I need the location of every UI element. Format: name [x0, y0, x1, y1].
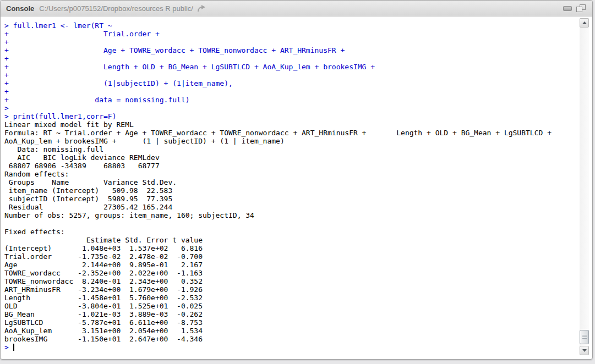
console-line: >	[4, 104, 577, 112]
triangle-down-icon	[582, 349, 587, 352]
console-line: ART_HRminusFR -3.234e+00 1.679e+00 -1.92…	[4, 285, 577, 294]
console-line: TOWRE_wordacc -2.352e+00 2.022e+00 -1.16…	[4, 269, 577, 277]
scrollbar-grip-icon	[582, 335, 587, 339]
console-line: + Length + OLD + BG_Mean + LgSUBTLCD + A…	[4, 63, 577, 71]
console-line: brookesIMG -1.150e+01 2.647e+00 -4.346	[4, 335, 577, 343]
console-line: Number of obs: 5257, groups: item_name, …	[4, 211, 577, 219]
window-controls	[563, 4, 586, 12]
maximize-icon	[576, 4, 586, 12]
console-line: + (1|subjectID) + (1|item_name),	[4, 79, 577, 87]
console-line: Formula: RT ~ Trial.order + Age + TOWRE_…	[4, 129, 577, 137]
console-line: Age 2.144e+00 9.895e-01 2.167	[4, 261, 577, 269]
console-line: Length -1.458e+01 5.760e+00 -2.532	[4, 294, 577, 302]
minimize-icon	[563, 6, 572, 11]
scroll-up-button[interactable]	[580, 18, 589, 27]
maximize-button[interactable]	[576, 4, 586, 12]
console-line: Data: nomissing.full	[4, 145, 577, 153]
console-header: Console C:/Users/p0075152/Dropbox/resour…	[1, 1, 592, 16]
rstudio-console-panel: { "header": { "tab": "Console", "path": …	[0, 0, 595, 364]
console-line: Random effects:	[4, 170, 577, 178]
tab-console[interactable]: Console	[6, 4, 34, 13]
console-line: item_name (Intercept) 509.98 22.583	[4, 186, 577, 195]
console-line: + Age + TOWRE_wordacc + TOWRE_nonwordacc…	[4, 46, 577, 54]
console-line: AIC BIC logLik deviance REMLdev	[4, 153, 577, 162]
console-line	[4, 219, 577, 228]
console-line: > full.lmer1 <- lmer(RT ~	[4, 21, 577, 30]
console-line: subjectID (Intercept) 5989.95 77.395	[4, 195, 577, 203]
console-line: >	[4, 343, 577, 351]
console-line: +	[4, 71, 577, 79]
console-line: 68807 68906 -34389 68803 68777	[4, 162, 577, 170]
console-pane: Console C:/Users/p0075152/Dropbox/resour…	[0, 0, 593, 360]
console-line: TOWRE_nonwordacc 8.240e-01 2.343e+00 0.3…	[4, 277, 577, 285]
console-output[interactable]: > full.lmer1 <- lmer(RT ~+ Trial.order +…	[1, 17, 577, 357]
text-cursor	[13, 344, 14, 351]
console-line: + data = nomissing.full)	[4, 96, 577, 104]
console-line: + Trial.order +	[4, 30, 577, 38]
minimize-button[interactable]	[563, 6, 572, 11]
console-line: LgSUBTLCD -5.787e+01 6.611e+00 -8.753	[4, 318, 577, 327]
console-line: (Intercept) 1.048e+03 1.537e+02 6.816	[4, 244, 577, 252]
console-line: Trial.order -1.735e-02 2.478e-02 -0.700	[4, 252, 577, 261]
console-line: +	[4, 87, 577, 96]
popout-arrow-icon[interactable]	[197, 5, 206, 12]
console-line: Linear mixed model fit by REML	[4, 120, 577, 129]
triangle-up-icon	[582, 21, 587, 24]
console-line: AoA_Kup_lem + brookesIMG + (1 | subjectI…	[4, 137, 577, 145]
console-line: Groups Name Variance Std.Dev.	[4, 178, 577, 186]
console-line: Estimate Std. Error t value	[4, 236, 577, 244]
console-line: BG_Mean -1.021e-03 3.889e-03 -0.262	[4, 310, 577, 318]
scroll-down-button[interactable]	[580, 346, 589, 355]
console-line: +	[4, 54, 577, 63]
console-line: OLD -3.804e-01 1.525e+01 -0.025	[4, 302, 577, 310]
scrollbar-thumb[interactable]	[580, 330, 589, 344]
console-line: > print(full.lmer1,corr=F)	[4, 112, 577, 120]
console-line: +	[4, 38, 577, 46]
working-directory-path: C:/Users/p0075152/Dropbox/resources R pu…	[39, 4, 193, 13]
console-line: AoA_Kup_lem 3.151e+00 2.054e+00 1.534	[4, 327, 577, 335]
scrollbar[interactable]	[580, 18, 589, 355]
console-line: Residual 27305.42 165.244	[4, 203, 577, 211]
console-line: Fixed effects:	[4, 228, 577, 236]
